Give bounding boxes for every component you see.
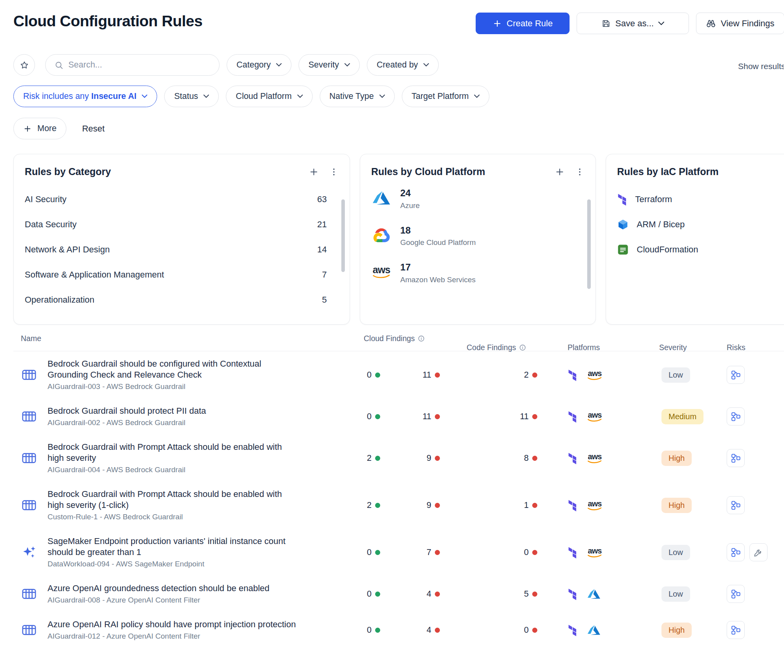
table-row[interactable]: Bedrock Guardrail with Prompt Attack sho… xyxy=(13,435,784,482)
column-header-cloud-findings: Cloud Findings xyxy=(361,334,460,343)
table-row[interactable]: Bedrock Guardrail should be configured w… xyxy=(13,351,784,398)
guardrail-rule-icon xyxy=(21,367,37,383)
add-widget-icon[interactable] xyxy=(555,167,565,177)
category-row[interactable]: Software & Application Management 7 xyxy=(25,262,339,287)
terraform-logo-icon xyxy=(617,193,627,206)
rule-title[interactable]: Bedrock Guardrail should protect PII dat… xyxy=(48,405,206,416)
filter-dropdown[interactable]: Cloud Platform xyxy=(226,86,312,107)
rule-title[interactable]: Azure OpenAI groundedness detection shou… xyxy=(48,583,269,594)
risk-graph-button[interactable] xyxy=(727,449,745,467)
category-count: 21 xyxy=(317,219,327,230)
code-fail-count: 1 xyxy=(513,500,529,510)
filter-dropdown[interactable]: Status xyxy=(164,86,219,107)
view-findings-label: View Findings xyxy=(721,18,775,29)
azure-icon xyxy=(588,588,600,600)
iac-platform-label: ARM / Bicep xyxy=(637,219,685,230)
filter-label: Status xyxy=(174,91,198,101)
iac-platform-row[interactable]: Terraform xyxy=(617,187,784,212)
category-label: Data Security xyxy=(25,219,77,230)
rule-title[interactable]: Bedrock Guardrail with Prompt Attack sho… xyxy=(48,442,299,464)
category-row[interactable]: Data Security 21 xyxy=(25,212,339,237)
fail-dot xyxy=(435,373,440,378)
category-count: 63 xyxy=(317,194,327,205)
iac-platform-label: Terraform xyxy=(635,194,672,205)
card-title: Rules by IaC Platform xyxy=(617,166,718,177)
platforms-cell: aws xyxy=(558,369,656,381)
card-scrollbar[interactable] xyxy=(341,199,345,272)
chevron-down-icon xyxy=(344,63,350,67)
risk-graph-button[interactable] xyxy=(727,366,745,384)
reset-filters-button[interactable]: Reset xyxy=(82,124,104,134)
risk-graph-button[interactable] xyxy=(727,543,745,561)
rule-title[interactable]: Bedrock Guardrail with Prompt Attack sho… xyxy=(48,489,299,511)
severity-badge: Low xyxy=(661,586,690,602)
cloud-findings-cell: 2 9 xyxy=(361,453,460,463)
table-row[interactable]: Azure OpenAI groundedness detection shou… xyxy=(13,576,784,612)
code-findings-cell: 11 xyxy=(460,412,558,422)
rule-title[interactable]: SageMaker Endpoint production variants' … xyxy=(48,536,299,558)
more-filters-button[interactable]: More xyxy=(13,118,66,139)
table-row[interactable]: Bedrock Guardrail should protect PII dat… xyxy=(13,398,784,435)
plus-icon xyxy=(23,124,32,133)
risk-graph-button[interactable] xyxy=(727,407,745,425)
risk-graph-button[interactable] xyxy=(727,621,745,639)
filter-dropdown[interactable]: Severity xyxy=(299,54,360,76)
search-input[interactable] xyxy=(68,60,211,70)
filter-dropdown[interactable]: Category xyxy=(227,54,291,76)
table-row[interactable]: SageMaker Endpoint production variants' … xyxy=(13,529,784,576)
filter-row-1: Category Severity Created by xyxy=(13,54,784,76)
cloud-findings-cell: 0 11 xyxy=(361,412,460,422)
category-row[interactable]: Operationalization 5 xyxy=(25,287,339,312)
severity-cell: Low xyxy=(656,367,727,383)
kebab-menu-icon[interactable] xyxy=(575,167,584,177)
info-icon[interactable] xyxy=(519,344,526,351)
show-results-link[interactable]: Show results xyxy=(738,62,784,71)
cloud-fail-count: 7 xyxy=(416,548,431,557)
star-icon xyxy=(20,60,29,70)
table-row[interactable]: Azure OpenAI RAI policy should have prom… xyxy=(13,612,784,648)
azure-logo-icon xyxy=(371,188,392,208)
risk-filter-active[interactable]: Risk includes any Insecure AI xyxy=(13,86,157,107)
risk-graph-button[interactable] xyxy=(727,585,745,603)
aws-icon: aws xyxy=(588,500,602,511)
iac-platform-row[interactable]: CloudFormation xyxy=(617,237,784,262)
cloud-pass-count: 2 xyxy=(361,453,372,463)
info-icon[interactable] xyxy=(418,335,425,342)
code-findings-cell: 2 xyxy=(460,370,558,380)
favorite-star-button[interactable] xyxy=(13,54,35,76)
category-row[interactable]: AI Security 63 xyxy=(25,187,339,212)
cloud-platform-row[interactable]: 18 Google Cloud Platform xyxy=(371,225,584,247)
table-row[interactable]: Bedrock Guardrail with Prompt Attack sho… xyxy=(13,482,784,529)
code-fail-count: 8 xyxy=(513,453,529,463)
view-findings-button[interactable]: View Findings xyxy=(696,13,784,34)
chevron-down-icon xyxy=(423,63,429,67)
card-scrollbar[interactable] xyxy=(587,199,591,289)
rule-title[interactable]: Azure OpenAI RAI policy should have prom… xyxy=(48,619,296,630)
cloud-platform-row[interactable]: aws 17 Amazon Web Services xyxy=(371,262,584,284)
cloud-platform-row[interactable]: 24 Azure xyxy=(371,188,584,210)
terraform-icon xyxy=(568,411,577,423)
search-box xyxy=(45,54,220,76)
chevron-down-icon xyxy=(658,22,664,26)
summary-cards: Rules by Category AI Security 63 Data Se… xyxy=(13,154,784,325)
save-as-button[interactable]: Save as... xyxy=(577,13,689,34)
add-widget-icon[interactable] xyxy=(309,167,319,177)
filter-dropdown[interactable]: Created by xyxy=(367,54,439,76)
pass-dot xyxy=(375,373,380,378)
cloud-pass-count: 2 xyxy=(361,500,372,510)
kebab-menu-icon[interactable] xyxy=(329,167,339,177)
category-row[interactable]: Network & API Design 14 xyxy=(25,237,339,262)
filter-dropdown[interactable]: Native Type xyxy=(320,86,395,107)
risk-wrench-button[interactable] xyxy=(749,543,768,561)
filter-dropdown[interactable]: Target Platform xyxy=(402,86,490,107)
risk-graph-button[interactable] xyxy=(727,496,745,514)
filter-label: Cloud Platform xyxy=(236,91,291,101)
rule-title[interactable]: Bedrock Guardrail should be configured w… xyxy=(48,358,299,380)
create-rule-button[interactable]: Create Rule xyxy=(476,13,570,34)
risks-cell xyxy=(727,407,782,425)
code-fail-count: 11 xyxy=(513,412,529,422)
severity-cell: High xyxy=(656,498,727,513)
pass-dot xyxy=(375,550,380,555)
iac-platform-row[interactable]: ARM / Bicep xyxy=(617,212,784,237)
severity-badge: Low xyxy=(661,545,690,560)
